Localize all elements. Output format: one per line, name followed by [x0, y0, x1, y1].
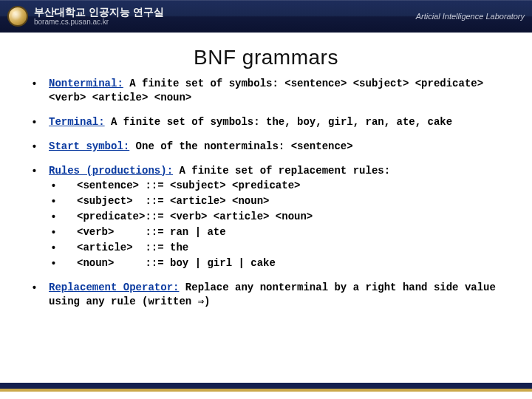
rule-line-4: <verb> ::= ran | ate	[49, 225, 511, 239]
footer-line-gold	[0, 389, 532, 392]
bullet-rules: Rules (productions): A finite set of rep…	[30, 164, 511, 270]
rule-line-5: <article> ::= the	[49, 241, 511, 255]
terminal-text: A finite set of symbols: the, boy, girl,…	[105, 116, 452, 128]
slide-header: 부산대학교 인공지능 연구실 borame.cs.pusan.ac.kr Art…	[0, 0, 532, 33]
footer-decoration	[0, 383, 532, 392]
rules-label: Rules (productions):	[49, 165, 173, 177]
rule-line-2: <subject> ::= <article> <noun>	[49, 194, 511, 208]
rule-line-1: <sentence> ::= <subject> <predicate>	[49, 179, 511, 193]
header-subtitle: borame.cs.pusan.ac.kr	[34, 18, 164, 26]
start-text: One of the nonterminals: <sentence>	[129, 140, 352, 152]
replace-label: Replacement Operator:	[49, 282, 179, 293]
bullet-list: Nonterminal: A finite set of symbols: <s…	[30, 77, 511, 309]
header-text-block: 부산대학교 인공지능 연구실 borame.cs.pusan.ac.kr	[34, 7, 164, 26]
start-label: Start symbol:	[49, 140, 129, 152]
slide-content: Nonterminal: A finite set of symbols: <s…	[0, 77, 532, 309]
bullet-start-symbol: Start symbol: One of the nonterminals: <…	[30, 140, 511, 154]
bullet-replacement: Replacement Operator: Replace any nonter…	[30, 281, 511, 309]
rules-text: A finite set of replacement rules:	[173, 165, 390, 177]
rule-line-3: <predicate>::= <verb> <article> <noun>	[49, 210, 511, 224]
rule-line-6: <noun> ::= boy | girl | cake	[49, 256, 511, 270]
footer-line-dark	[0, 383, 532, 389]
bullet-terminal: Terminal: A finite set of symbols: the, …	[30, 115, 511, 129]
nonterminal-label: Nonterminal:	[49, 78, 123, 89]
bullet-nonterminal: Nonterminal: A finite set of symbols: <s…	[30, 77, 511, 105]
university-logo-icon	[7, 6, 28, 27]
rules-sublist: <sentence> ::= <subject> <predicate> <su…	[49, 179, 511, 270]
header-right-label: Articial Intelligence Laboratory	[416, 12, 525, 21]
header-title: 부산대학교 인공지능 연구실	[34, 7, 164, 18]
terminal-label: Terminal:	[49, 116, 105, 128]
slide-title: BNF grammars	[0, 46, 532, 69]
